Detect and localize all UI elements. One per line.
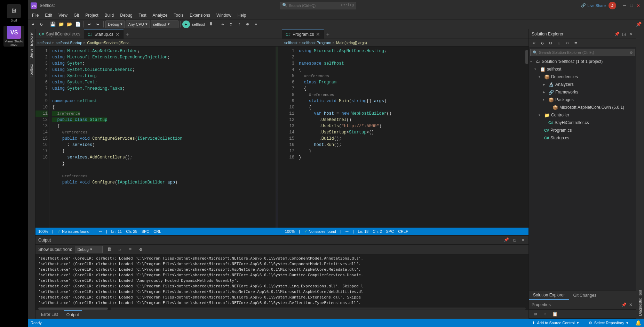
step-over[interactable]: ↷ [219, 21, 226, 28]
menu-edit[interactable]: Edit [42, 11, 55, 19]
se-collapse-all[interactable]: ⊟ [547, 39, 555, 47]
pause-button[interactable]: ⏸ [207, 21, 215, 28]
toolbar-new[interactable]: 📄 [74, 21, 82, 28]
menu-git[interactable]: Git [71, 11, 82, 19]
startup-project-dropdown[interactable]: selfhost ▾ [151, 21, 178, 28]
tree-controller-folder[interactable]: ▾ 📁 Controller [529, 111, 636, 119]
tree-project[interactable]: ▾ 📋 selfhost [529, 65, 636, 73]
toolbar-save[interactable]: 💾 [49, 21, 57, 28]
search-input[interactable] [289, 3, 340, 8]
tree-startup[interactable]: ▶ C# Startup.cs [529, 134, 636, 142]
tab-add-right[interactable]: + [324, 31, 332, 39]
pin-toolbar[interactable]: 📌 [635, 21, 643, 28]
toolbox-tab[interactable]: Toolbox [28, 61, 35, 80]
toolbar-undo[interactable]: ↩ [86, 21, 93, 28]
server-explorer-tab[interactable]: Server Explorer [28, 29, 35, 61]
se-tab-git-changes[interactable]: Git Changes [569, 291, 601, 300]
scrollbar-right[interactable] [525, 47, 528, 228]
tab-sayhicontroller[interactable]: C# SayHiController.cs [35, 30, 84, 39]
menu-test[interactable]: Test [136, 11, 149, 19]
output-wrap[interactable]: ↵ [116, 246, 124, 253]
tree-dependencies[interactable]: ▾ 📦 Dependencies [529, 73, 636, 81]
se-search-input[interactable] [539, 50, 629, 55]
menu-view[interactable]: View [56, 11, 70, 19]
select-repository[interactable]: ⚙ Select Repository ▾ [586, 321, 631, 325]
toolbar-save-all[interactable]: 📁 [57, 21, 65, 28]
menu-debug[interactable]: Debug [117, 11, 135, 19]
minimize-button[interactable]: ─ [622, 3, 627, 8]
output-close[interactable]: ✕ [520, 237, 526, 243]
output-settings[interactable]: ⚙ [137, 246, 144, 253]
output-undock[interactable]: ◳ [512, 237, 517, 243]
run-button[interactable]: ▶ [182, 21, 190, 28]
menu-file[interactable]: File [29, 11, 41, 19]
taskbar-icon-3gif[interactable]: 🖼 3.gif [3, 3, 24, 24]
code-editor-right[interactable]: 12345 678910 1112131415 161718 using Mic… [282, 47, 528, 228]
output-pin[interactable]: 📌 [503, 237, 509, 243]
se-tab-solution-explorer[interactable]: Solution Explorer [529, 291, 569, 300]
tree-packages[interactable]: ▾ 📦 Packages [529, 96, 636, 104]
output-filter[interactable]: ≡ [126, 246, 134, 253]
tree-frameworks[interactable]: ▶ 🔗 Frameworks [529, 88, 636, 96]
se-pin[interactable]: 📌 [614, 31, 620, 37]
taskbar-icon-vs2022[interactable]: VS Visual Studio2022 [3, 26, 24, 47]
menu-window[interactable]: Window [214, 11, 234, 19]
toolbar-redo[interactable]: ↪ [94, 21, 102, 28]
props-close[interactable]: ✕ [628, 302, 634, 308]
menu-build[interactable]: Build [102, 11, 117, 19]
add-to-source-control[interactable]: ⬆ Add to Source Control ▾ [529, 321, 582, 325]
tree-aspnetcore-owin[interactable]: ▶ 📦 Microsoft.AspNetCore.Owin (6.0.1) [529, 104, 636, 111]
output-source-dropdown[interactable]: Debug ▾ [75, 246, 103, 253]
tab-icon-program: C# [286, 32, 291, 36]
se-search[interactable]: 🔍 ⚙ [530, 49, 635, 56]
se-home[interactable]: ⌂ [564, 39, 571, 47]
se-undock[interactable]: ◳ [621, 31, 627, 37]
close-button[interactable]: ✕ [636, 3, 641, 8]
tree-sayhicontroller[interactable]: ▶ C# SayHiController.cs [529, 119, 636, 126]
step-out[interactable]: ↑ [236, 21, 243, 28]
tab-error-list[interactable]: Error List [38, 310, 61, 319]
diagnostic-tool-tab[interactable]: Diagnostic Tool [636, 29, 644, 319]
menu-help[interactable]: Help [235, 11, 249, 19]
debug-config-dropdown[interactable]: Debug ▾ [105, 21, 125, 28]
toolbar-open[interactable]: 📂 [66, 21, 73, 28]
menu-extensions[interactable]: Extensions [187, 11, 213, 19]
code-editor-left[interactable]: 12345 678910 11 12131415 161718 using Mi… [35, 47, 282, 228]
run-label[interactable]: selfhost [191, 21, 207, 28]
tab-close-program[interactable]: ✕ [316, 32, 320, 37]
se-sync[interactable]: ↩ [530, 39, 538, 47]
menu-analyze[interactable]: Analyze [150, 11, 170, 19]
menu-tools[interactable]: Tools [171, 11, 186, 19]
step-into[interactable]: ↧ [227, 21, 235, 28]
props-grid[interactable]: ⊞ [532, 310, 539, 318]
props-description[interactable]: 📋 [551, 310, 559, 318]
maximize-button[interactable]: □ [629, 3, 634, 8]
tree-solution[interactable]: ▾ 🗂 Solution 'Selfhost' (1 of 1 project) [529, 58, 636, 65]
tree-analyzers[interactable]: ▶ 🔬 Analyzers [529, 81, 636, 88]
props-sort[interactable]: ↕ [541, 310, 549, 318]
toolbar-refresh[interactable]: ↻ [38, 21, 45, 28]
tab-startup[interactable]: C# Startup.cs ✕ [84, 30, 124, 39]
platform-dropdown[interactable]: Any CPU ▾ [126, 21, 150, 28]
tree-program[interactable]: ▶ C# Program.cs [529, 126, 636, 134]
menu-project[interactable]: Project [82, 11, 101, 19]
tab-add-left[interactable]: + [124, 31, 131, 39]
se-close[interactable]: ✕ [628, 31, 634, 37]
profile-avatar[interactable]: J [609, 2, 616, 9]
tab-output[interactable]: Output [64, 310, 82, 319]
se-expand-all[interactable]: ⊞ [555, 39, 563, 47]
status-bar-right: 100% | ✓ No issues found | ✏ | Ln: 18 Ch… [282, 228, 528, 235]
notification-bell[interactable]: 🔔 [635, 320, 641, 326]
live-share-button[interactable]: 🔗 Live Share [581, 3, 606, 8]
search-box[interactable]: 🔍 Ctrl+Q [280, 2, 356, 9]
breakpoint[interactable]: ⊛ [244, 21, 252, 28]
tab-program[interactable]: C# Program.cs ✕ [282, 30, 324, 39]
tab-close-startup[interactable]: ✕ [116, 32, 120, 37]
toolbar-back[interactable]: ↩ [29, 21, 37, 28]
se-search-settings[interactable]: ⚙ [630, 50, 633, 55]
toolbar-more[interactable]: ≡ [252, 21, 260, 28]
se-filter[interactable]: ≡ [572, 39, 580, 47]
output-clear[interactable]: 🗑 [105, 246, 113, 253]
props-pin[interactable]: 📌 [621, 302, 627, 308]
se-refresh[interactable]: ↻ [539, 39, 546, 47]
